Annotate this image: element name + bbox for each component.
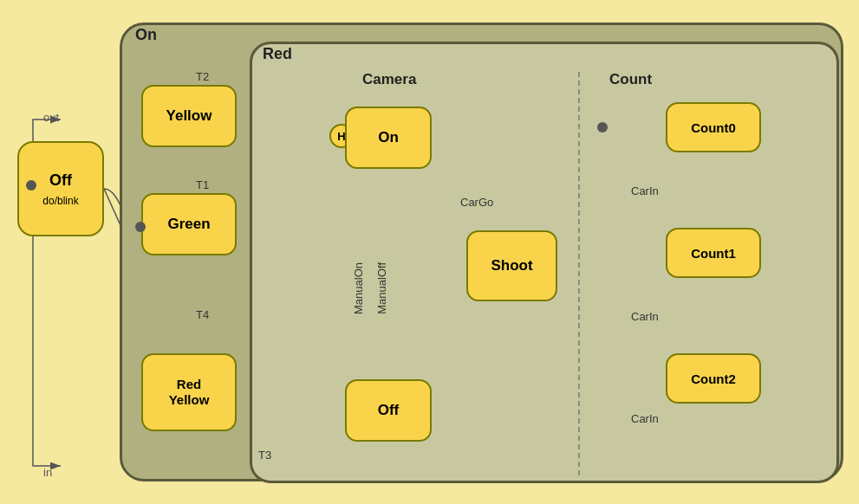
count0-state: Count0 <box>666 102 761 152</box>
off-initial-dot <box>26 180 36 191</box>
off-state-label: Off <box>49 171 72 190</box>
count0-label: Count0 <box>691 120 736 135</box>
yellow-state-label: Yellow <box>166 107 212 125</box>
manualoff-label: ManualOff <box>375 262 388 314</box>
camera-label: Camera <box>362 71 416 88</box>
count1-state: Count1 <box>666 228 761 278</box>
camera-on-state: On <box>345 107 432 169</box>
count1-label: Count1 <box>691 246 736 261</box>
redyellow-state: RedYellow <box>141 353 237 431</box>
t4-label: T4 <box>196 308 209 321</box>
t3-label: T3 <box>258 449 271 462</box>
count2-label: Count2 <box>691 372 736 386</box>
carin1-label: CarIn <box>631 184 659 197</box>
t2-label: T2 <box>196 70 209 83</box>
shoot-state: Shoot <box>466 230 557 301</box>
green-state: Green <box>141 193 237 255</box>
yellow-state: Yellow <box>141 85 237 147</box>
camera-on-label: On <box>378 129 399 146</box>
off-state-action: do/blink <box>42 195 78 207</box>
shoot-label: Shoot <box>491 257 532 275</box>
count-label: Count <box>609 71 652 88</box>
t1-label: T1 <box>196 178 209 191</box>
green-initial-dot <box>135 222 146 232</box>
cargo-label: CarGo <box>460 196 493 209</box>
on-container-label: On <box>135 26 157 44</box>
camera-off-label: Off <box>378 402 400 419</box>
red-container-label: Red <box>263 45 292 63</box>
camera-off-state: Off <box>345 379 432 442</box>
out-label: out <box>43 111 59 124</box>
carin3-label: CarIn <box>631 412 659 425</box>
manualon-label: ManualOn <box>352 262 365 314</box>
count2-state: Count2 <box>666 353 761 404</box>
diagram-container: Off do/blink out in On Red Camera Count … <box>7 7 852 497</box>
green-state-label: Green <box>167 216 210 233</box>
count-initial-dot <box>597 122 608 132</box>
redyellow-state-label: RedYellow <box>169 377 210 408</box>
carin2-label: CarIn <box>631 310 659 323</box>
in-label: in <box>43 466 52 479</box>
